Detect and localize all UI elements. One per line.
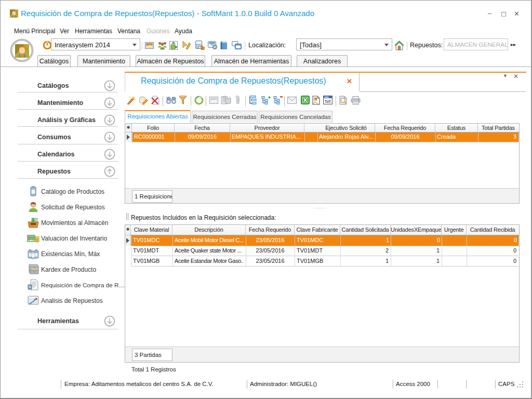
svg-text:TxT: TxT [325,100,331,103]
